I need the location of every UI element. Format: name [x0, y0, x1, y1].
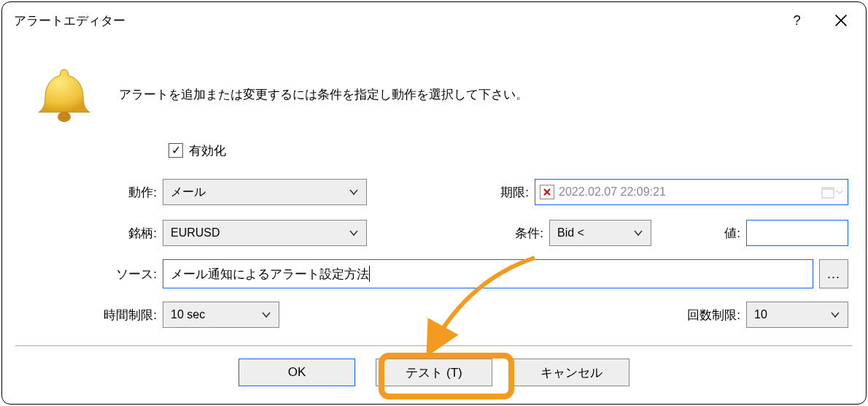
- help-icon: ?: [789, 12, 805, 28]
- help-button[interactable]: ?: [775, 6, 819, 35]
- x-icon: [543, 188, 551, 196]
- chevron-down-icon: [349, 228, 359, 238]
- label-source: ソース:: [75, 266, 163, 283]
- clear-date-button[interactable]: [540, 185, 554, 199]
- deadline-input[interactable]: 2022.02.07 22:09:21: [535, 179, 848, 205]
- close-button[interactable]: [819, 6, 863, 35]
- source-browse-button[interactable]: ...: [819, 259, 848, 288]
- timelimit-select[interactable]: 10 sec: [163, 302, 279, 328]
- text-cursor: [369, 266, 370, 282]
- svg-rect-3: [822, 188, 834, 190]
- calendar-icon: [821, 185, 834, 199]
- calendar-picker[interactable]: [821, 185, 843, 199]
- check-icon: ✓: [171, 145, 181, 156]
- enable-label: 有効化: [189, 142, 226, 159]
- close-icon: [833, 12, 849, 28]
- enable-row: ✓ 有効化: [75, 137, 848, 164]
- form-area: ✓ 有効化 動作: メール 期限: 2022.02.07 22:09:21: [75, 137, 848, 340]
- ok-button[interactable]: OK: [239, 359, 355, 386]
- cancel-label: キャンセル: [540, 364, 602, 381]
- row-source: ソース: メール通知によるアラート設定方法 ...: [75, 258, 848, 289]
- row-timelimit-countlimit: 時間制限: 10 sec 回数制限: 10: [75, 299, 848, 330]
- chevron-down-icon: [633, 228, 643, 238]
- countlimit-select[interactable]: 10: [746, 302, 848, 328]
- deadline-value: 2022.02.07 22:09:21: [559, 185, 666, 199]
- test-label: テスト (T): [406, 364, 462, 381]
- label-timelimit: 時間制限:: [75, 307, 163, 323]
- instruction-text: アラートを追加または変更するには条件を指定し動作を選択して下さい。: [119, 86, 528, 103]
- source-input[interactable]: メール通知によるアラート設定方法: [163, 259, 813, 288]
- label-countlimit: 回数制限:: [687, 307, 746, 323]
- button-bar: OK テスト (T) キャンセル: [2, 359, 866, 386]
- chevron-down-icon: [349, 187, 359, 197]
- label-symbol: 銘柄:: [75, 225, 163, 242]
- svg-point-1: [58, 112, 71, 122]
- condition-select[interactable]: Bid <: [549, 220, 651, 246]
- dialog-title: アラートエディター: [14, 12, 775, 29]
- label-condition: 条件:: [491, 225, 549, 242]
- symbol-value: EURUSD: [171, 226, 220, 240]
- action-value: メール: [171, 185, 206, 200]
- ok-label: OK: [288, 365, 306, 380]
- condition-value: Bid <: [557, 226, 584, 240]
- separator: [15, 345, 853, 346]
- enable-checkbox[interactable]: ✓: [168, 143, 183, 158]
- symbol-select[interactable]: EURUSD: [163, 220, 367, 246]
- test-button[interactable]: テスト (T): [376, 359, 492, 386]
- label-deadline: 期限:: [476, 184, 535, 201]
- action-select[interactable]: メール: [163, 179, 367, 205]
- countlimit-value: 10: [754, 308, 767, 321]
- timelimit-value: 10 sec: [171, 308, 205, 321]
- svg-text:?: ?: [794, 12, 801, 28]
- chevron-down-icon: [261, 310, 271, 320]
- chevron-down-icon: [830, 310, 840, 320]
- bell-icon: [31, 64, 97, 130]
- label-value: 値:: [710, 225, 746, 242]
- label-action: 動作:: [75, 184, 163, 201]
- row-action-deadline: 動作: メール 期限: 2022.02.07 22:09:21: [75, 177, 848, 207]
- chevron-down-icon: [836, 188, 843, 196]
- titlebar: アラートエディター ?: [2, 2, 866, 39]
- more-label: ...: [827, 267, 840, 282]
- row-symbol-condition: 銘柄: EURUSD 条件: Bid < 値:: [75, 218, 848, 248]
- cancel-button[interactable]: キャンセル: [513, 359, 629, 386]
- source-value: メール通知によるアラート設定方法: [171, 266, 369, 283]
- alert-editor-dialog: アラートエディター ? アラートを追加または変更するには条件を指定: [1, 1, 867, 405]
- value-input[interactable]: [746, 220, 848, 246]
